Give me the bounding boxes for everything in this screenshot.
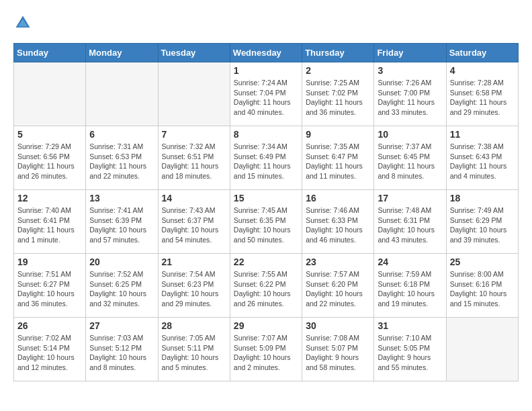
calendar-cell: 16Sunrise: 7:46 AM Sunset: 6:33 PM Dayli… — [302, 190, 374, 254]
day-header-monday: Monday — [86, 44, 158, 62]
logo-icon — [13, 13, 32, 32]
week-row-3: 12Sunrise: 7:40 AM Sunset: 6:41 PM Dayli… — [14, 190, 519, 254]
day-info: Sunrise: 7:28 AM Sunset: 6:58 PM Dayligh… — [450, 78, 515, 118]
calendar-cell: 10Sunrise: 7:37 AM Sunset: 6:45 PM Dayli… — [374, 126, 446, 190]
day-info: Sunrise: 7:37 AM Sunset: 6:45 PM Dayligh… — [378, 142, 442, 181]
day-header-tuesday: Tuesday — [158, 44, 230, 62]
day-info: Sunrise: 7:29 AM Sunset: 6:56 PM Dayligh… — [17, 142, 82, 181]
day-number: 17 — [378, 193, 442, 203]
calendar-cell: 4Sunrise: 7:28 AM Sunset: 6:58 PM Daylig… — [446, 62, 518, 126]
day-number: 28 — [162, 320, 226, 331]
day-number: 24 — [378, 257, 442, 267]
day-info: Sunrise: 7:54 AM Sunset: 6:23 PM Dayligh… — [162, 269, 226, 309]
day-number: 13 — [89, 193, 154, 203]
week-row-1: 1Sunrise: 7:24 AM Sunset: 7:04 PM Daylig… — [14, 62, 519, 126]
day-info: Sunrise: 7:02 AM Sunset: 5:14 PM Dayligh… — [17, 333, 82, 373]
calendar-cell: 2Sunrise: 7:25 AM Sunset: 7:02 PM Daylig… — [302, 62, 374, 126]
calendar-cell: 12Sunrise: 7:40 AM Sunset: 6:41 PM Dayli… — [14, 190, 86, 254]
calendar-cell: 18Sunrise: 7:49 AM Sunset: 6:29 PM Dayli… — [446, 190, 518, 254]
day-info: Sunrise: 7:35 AM Sunset: 6:47 PM Dayligh… — [306, 142, 370, 181]
calendar-cell: 24Sunrise: 7:59 AM Sunset: 6:18 PM Dayli… — [374, 254, 446, 318]
day-number: 23 — [306, 257, 370, 267]
calendar-cell: 23Sunrise: 7:57 AM Sunset: 6:20 PM Dayli… — [302, 254, 374, 318]
calendar-cell: 5Sunrise: 7:29 AM Sunset: 6:56 PM Daylig… — [14, 126, 86, 190]
day-info: Sunrise: 7:46 AM Sunset: 6:33 PM Dayligh… — [306, 205, 370, 245]
day-number: 16 — [306, 193, 370, 203]
day-number: 4 — [450, 65, 515, 76]
day-info: Sunrise: 7:48 AM Sunset: 6:31 PM Dayligh… — [378, 205, 442, 245]
calendar-cell: 17Sunrise: 7:48 AM Sunset: 6:31 PM Dayli… — [374, 190, 446, 254]
calendar-cell: 30Sunrise: 7:08 AM Sunset: 5:07 PM Dayli… — [302, 318, 374, 381]
calendar-cell: 25Sunrise: 8:00 AM Sunset: 6:16 PM Dayli… — [446, 254, 518, 318]
calendar-cell: 14Sunrise: 7:43 AM Sunset: 6:37 PM Dayli… — [158, 190, 230, 254]
calendar-cell: 22Sunrise: 7:55 AM Sunset: 6:22 PM Dayli… — [230, 254, 302, 318]
day-number: 6 — [89, 129, 154, 140]
calendar-cell: 9Sunrise: 7:35 AM Sunset: 6:47 PM Daylig… — [302, 126, 374, 190]
day-header-thursday: Thursday — [302, 44, 374, 62]
day-info: Sunrise: 7:43 AM Sunset: 6:37 PM Dayligh… — [162, 205, 226, 245]
page-header — [13, 13, 519, 32]
calendar-cell: 13Sunrise: 7:41 AM Sunset: 6:39 PM Dayli… — [86, 190, 158, 254]
day-number: 5 — [17, 129, 82, 140]
day-info: Sunrise: 7:57 AM Sunset: 6:20 PM Dayligh… — [306, 269, 370, 309]
day-number: 14 — [162, 193, 226, 203]
day-info: Sunrise: 7:05 AM Sunset: 5:11 PM Dayligh… — [162, 333, 226, 373]
day-number: 30 — [306, 320, 370, 331]
week-row-5: 26Sunrise: 7:02 AM Sunset: 5:14 PM Dayli… — [14, 318, 519, 381]
day-info: Sunrise: 7:45 AM Sunset: 6:35 PM Dayligh… — [234, 205, 298, 245]
day-number: 2 — [306, 65, 370, 76]
day-info: Sunrise: 7:59 AM Sunset: 6:18 PM Dayligh… — [378, 269, 442, 309]
week-row-4: 19Sunrise: 7:51 AM Sunset: 6:27 PM Dayli… — [14, 254, 519, 318]
day-info: Sunrise: 7:07 AM Sunset: 5:09 PM Dayligh… — [234, 333, 298, 373]
day-header-friday: Friday — [374, 44, 446, 62]
day-info: Sunrise: 7:41 AM Sunset: 6:39 PM Dayligh… — [89, 205, 154, 245]
day-info: Sunrise: 7:52 AM Sunset: 6:25 PM Dayligh… — [89, 269, 154, 309]
logo — [13, 13, 35, 32]
day-info: Sunrise: 7:32 AM Sunset: 6:51 PM Dayligh… — [162, 142, 226, 181]
day-info: Sunrise: 7:38 AM Sunset: 6:43 PM Dayligh… — [450, 142, 515, 181]
day-number: 11 — [450, 129, 515, 140]
day-number: 20 — [89, 257, 154, 267]
calendar-header: SundayMondayTuesdayWednesdayThursdayFrid… — [14, 44, 519, 62]
day-number: 22 — [234, 257, 298, 267]
day-info: Sunrise: 7:49 AM Sunset: 6:29 PM Dayligh… — [450, 205, 515, 245]
calendar-cell: 27Sunrise: 7:03 AM Sunset: 5:12 PM Dayli… — [86, 318, 158, 381]
calendar-cell: 8Sunrise: 7:34 AM Sunset: 6:49 PM Daylig… — [230, 126, 302, 190]
day-header-wednesday: Wednesday — [230, 44, 302, 62]
day-number: 26 — [17, 320, 82, 331]
calendar-cell — [158, 62, 230, 126]
day-info: Sunrise: 7:34 AM Sunset: 6:49 PM Dayligh… — [234, 142, 298, 181]
day-info: Sunrise: 7:25 AM Sunset: 7:02 PM Dayligh… — [306, 78, 370, 118]
day-header-sunday: Sunday — [14, 44, 86, 62]
day-number: 3 — [378, 65, 442, 76]
day-header-saturday: Saturday — [446, 44, 518, 62]
day-info: Sunrise: 7:51 AM Sunset: 6:27 PM Dayligh… — [17, 269, 82, 309]
day-info: Sunrise: 7:24 AM Sunset: 7:04 PM Dayligh… — [234, 78, 298, 118]
calendar-cell — [86, 62, 158, 126]
calendar-cell — [446, 318, 518, 381]
day-info: Sunrise: 7:40 AM Sunset: 6:41 PM Dayligh… — [17, 205, 82, 245]
day-number: 1 — [234, 65, 298, 76]
day-info: Sunrise: 8:00 AM Sunset: 6:16 PM Dayligh… — [450, 269, 515, 309]
calendar-table: SundayMondayTuesdayWednesdayThursdayFrid… — [13, 43, 519, 381]
calendar-cell: 7Sunrise: 7:32 AM Sunset: 6:51 PM Daylig… — [158, 126, 230, 190]
day-number: 9 — [306, 129, 370, 140]
day-info: Sunrise: 7:08 AM Sunset: 5:07 PM Dayligh… — [306, 333, 370, 373]
day-number: 25 — [450, 257, 515, 267]
calendar-cell: 1Sunrise: 7:24 AM Sunset: 7:04 PM Daylig… — [230, 62, 302, 126]
day-number: 7 — [162, 129, 226, 140]
day-info: Sunrise: 7:26 AM Sunset: 7:00 PM Dayligh… — [378, 78, 442, 118]
day-number: 10 — [378, 129, 442, 140]
calendar-cell: 11Sunrise: 7:38 AM Sunset: 6:43 PM Dayli… — [446, 126, 518, 190]
calendar-cell: 20Sunrise: 7:52 AM Sunset: 6:25 PM Dayli… — [86, 254, 158, 318]
calendar-cell: 28Sunrise: 7:05 AM Sunset: 5:11 PM Dayli… — [158, 318, 230, 381]
calendar-cell: 29Sunrise: 7:07 AM Sunset: 5:09 PM Dayli… — [230, 318, 302, 381]
day-info: Sunrise: 7:55 AM Sunset: 6:22 PM Dayligh… — [234, 269, 298, 309]
calendar-cell — [14, 62, 86, 126]
day-info: Sunrise: 7:03 AM Sunset: 5:12 PM Dayligh… — [89, 333, 154, 373]
day-number: 18 — [450, 193, 515, 203]
day-number: 8 — [234, 129, 298, 140]
day-info: Sunrise: 7:10 AM Sunset: 5:05 PM Dayligh… — [378, 333, 442, 373]
day-number: 12 — [17, 193, 82, 203]
day-number: 29 — [234, 320, 298, 331]
